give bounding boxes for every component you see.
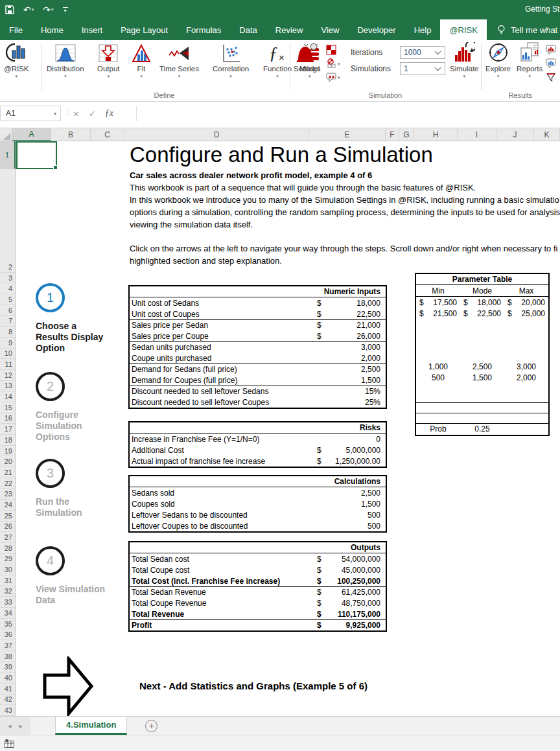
row-header[interactable]: 37: [0, 640, 16, 651]
table-header[interactable]: Numeric Inputs: [130, 286, 386, 297]
cell-value[interactable]: $54,000,000: [317, 555, 386, 564]
row-header[interactable]: 40: [0, 673, 16, 684]
menu-tab[interactable]: Data: [230, 19, 266, 40]
cell-value[interactable]: 2,500: [460, 362, 504, 373]
ribbon-fit-button[interactable]: Fit ▾: [131, 42, 152, 79]
menu-tab[interactable]: Developer: [348, 19, 404, 40]
empty-row[interactable]: [416, 403, 548, 413]
ribbon-time-series-button[interactable]: Time Series ▾: [159, 42, 199, 79]
cell-value[interactable]: $45,000,000: [317, 566, 386, 575]
cell-value[interactable]: 3,000: [504, 362, 548, 373]
row-header[interactable]: 26: [0, 522, 16, 533]
simulations-input[interactable]: 1: [400, 62, 445, 75]
cell-value[interactable]: $1,250,000.00: [317, 457, 386, 466]
cell-value[interactable]: 1,500: [317, 376, 386, 385]
iterations-input[interactable]: 1000: [400, 46, 445, 59]
row-header[interactable]: 27: [0, 532, 16, 543]
insert-function-icon[interactable]: ƒx: [105, 108, 113, 119]
menu-tab[interactable]: Review: [266, 19, 312, 40]
active-cell-selection[interactable]: [16, 141, 57, 169]
name-box[interactable]: A1 ▾: [0, 106, 61, 121]
row-header[interactable]: 9: [0, 338, 16, 349]
cell-label[interactable]: Total Sedan Revenue: [130, 588, 317, 597]
cell-value[interactable]: 0: [317, 435, 386, 444]
parameter-table-title[interactable]: Parameter Table: [416, 274, 548, 285]
cell-value[interactable]: $22,500: [460, 308, 504, 319]
row-header[interactable]: 23: [0, 489, 16, 500]
cell-value[interactable]: $110,175,000: [317, 610, 386, 619]
cell-value[interactable]: 2,000: [317, 354, 386, 363]
sampling-options-button[interactable]: ▾: [326, 58, 340, 69]
cell-value[interactable]: $21,000: [317, 321, 386, 330]
row-header[interactable]: 43: [0, 705, 16, 716]
new-sheet-button[interactable]: +: [145, 720, 158, 732]
table-header[interactable]: Outputs: [130, 542, 386, 553]
cell-value[interactable]: $20,000: [504, 297, 548, 308]
row-header[interactable]: 13: [0, 381, 16, 392]
select-all-corner[interactable]: [0, 128, 12, 141]
cell-value[interactable]: $25,000: [504, 308, 548, 319]
cell-label[interactable]: Total Coupe Revenue: [130, 599, 317, 608]
cell-value[interactable]: 2,000: [504, 373, 548, 384]
cell-label[interactable]: Leftover Sedans to be discounted: [130, 511, 317, 520]
row-header[interactable]: 24: [0, 500, 16, 511]
row-header[interactable]: 17: [0, 424, 16, 435]
row-header[interactable]: 25: [0, 511, 16, 522]
row-header[interactable]: 6: [0, 305, 16, 316]
row-header[interactable]: 18: [0, 435, 16, 446]
column-header[interactable]: G: [399, 128, 414, 141]
row-header[interactable]: 7: [0, 316, 16, 327]
formula-input[interactable]: [136, 106, 560, 121]
cell-label[interactable]: Sales price per Sedan: [130, 321, 317, 330]
menu-tab[interactable]: File: [0, 19, 32, 40]
prob-label[interactable]: Prob: [416, 424, 460, 435]
cell-label[interactable]: Total Coupe cost: [130, 566, 317, 575]
cell-value[interactable]: 2,500: [317, 365, 386, 374]
sheet-tab-active[interactable]: 4.Simulation: [55, 717, 127, 735]
row-header[interactable]: 41: [0, 684, 16, 695]
row-header[interactable]: 4: [0, 283, 16, 294]
column-header[interactable]: I: [458, 128, 496, 141]
cell-value[interactable]: $17,500: [416, 297, 460, 308]
cell-label[interactable]: Total Cost (incl. Franchise Fee increase…: [130, 577, 317, 586]
ribbon-simulate-button[interactable]: Simulate ▾: [450, 42, 479, 79]
ribbon-distribution-button[interactable]: Distribution ▾: [47, 42, 84, 79]
cell-label[interactable]: Total Sedan cost: [130, 555, 317, 564]
empty-row[interactable]: [416, 413, 548, 424]
cell-label[interactable]: Demand for Sedans (full price): [130, 365, 317, 374]
cell-value[interactable]: $21,500: [416, 308, 460, 319]
row-header[interactable]: 8: [0, 327, 16, 338]
row-header[interactable]: 11: [0, 359, 16, 370]
cell-value[interactable]: $18,000: [317, 299, 386, 308]
table-header[interactable]: Risks: [130, 422, 386, 433]
column-header[interactable]: C: [91, 128, 124, 141]
row-header[interactable]: 33: [0, 597, 16, 608]
callout-window-button[interactable]: ▾: [326, 71, 340, 83]
cell-label[interactable]: Demand for Coupes (full price): [130, 376, 317, 385]
row-header[interactable]: 2: [0, 262, 16, 273]
menu-tab[interactable]: @RISK: [440, 19, 487, 40]
column-header[interactable]: A: [12, 128, 51, 141]
cell-label[interactable]: Actual impact of franchise fee increase: [130, 457, 317, 466]
cell-value[interactable]: $9,925,000: [317, 621, 386, 630]
row-header[interactable]: 3: [0, 273, 16, 284]
row-header[interactable]: 20: [0, 456, 16, 467]
redo-button[interactable]: ↷▾: [43, 5, 53, 15]
cell-value[interactable]: $61,425,000: [317, 588, 386, 597]
row-header[interactable]: 15: [0, 402, 16, 413]
cell-label[interactable]: Coupes sold: [130, 500, 317, 509]
cell-value[interactable]: $22,500: [317, 310, 386, 319]
ribbon-correlation-button[interactable]: Correlation ▾: [213, 42, 249, 79]
cell-mode-icon[interactable]: [5, 739, 14, 748]
cell-value[interactable]: $5,000,000: [317, 446, 386, 455]
cell-value[interactable]: $100,250,000: [317, 577, 386, 586]
prev-sheet-button[interactable]: ◂: [8, 722, 12, 730]
cell-label[interactable]: Discount needed to sell leftover Sedans: [130, 387, 317, 396]
menu-tab[interactable]: Help: [405, 19, 441, 40]
customize-quick-access-button[interactable]: ▾: [63, 7, 68, 12]
cell-label[interactable]: Additional Cost: [130, 446, 317, 455]
row-header[interactable]: 42: [0, 695, 16, 706]
ribbon-atrisk-button[interactable]: @RISK ▾: [4, 42, 29, 79]
cell-label[interactable]: Sedan units purchased: [130, 343, 317, 352]
row-header[interactable]: 30: [0, 564, 16, 575]
